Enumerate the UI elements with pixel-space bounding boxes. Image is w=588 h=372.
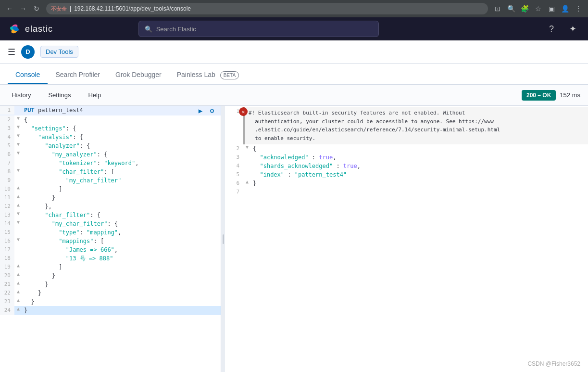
warning-text: #! Elasticsearch built-in security featu… (243, 107, 588, 144)
bookmark-icon[interactable]: ☆ (532, 3, 544, 14)
fold-control[interactable]: ▼ (14, 211, 22, 216)
resp-content: { (251, 144, 588, 153)
extensions-icon[interactable]: 🧩 (519, 3, 530, 14)
run-icon[interactable]: ▶ (196, 106, 205, 115)
editor-line: 5 ▼ "analyzer": { (0, 141, 221, 150)
line-content: "char_filter": { (22, 211, 221, 219)
fold-control[interactable]: ▼ (14, 237, 22, 242)
line-content: "tokenizer": "keyword", (22, 159, 221, 167)
line-content: "analyzer": { (22, 141, 221, 150)
line-number: 13 (0, 211, 14, 219)
tab-grok-debugger[interactable]: Grok Debugger (108, 66, 169, 84)
fold-control[interactable]: ▼ (14, 124, 22, 129)
resp-fold[interactable]: ▲ (243, 179, 251, 184)
editor-line: 17 "James => 666", (0, 245, 221, 254)
beta-badge: BETA (220, 71, 239, 79)
zoom-icon[interactable]: 🔍 (505, 3, 517, 14)
news-icon[interactable]: ✦ (565, 21, 580, 37)
editor-line: 2 ▼ { (0, 115, 221, 124)
elastic-header: elastic 🔍 Search Elastic ? ✦ (0, 17, 588, 40)
refresh-button[interactable]: ↻ (31, 3, 42, 14)
line-number: 3 (0, 124, 14, 133)
editor-line: 12 ▲ }, (0, 202, 221, 211)
screen-cast-icon[interactable]: ⊡ (492, 3, 503, 14)
line-number: 23 (0, 297, 14, 306)
history-button[interactable]: History (8, 90, 35, 101)
fold-control[interactable]: ▼ (14, 167, 22, 173)
elastic-logo[interactable]: elastic (8, 22, 53, 36)
line-content: { (22, 115, 221, 124)
line-number: 16 (0, 237, 14, 245)
fold-control[interactable]: ▼ (14, 150, 22, 155)
line-content: "my_char_filter": { (22, 219, 221, 228)
hamburger-menu-icon[interactable]: ☰ (8, 47, 15, 57)
editor-line: 16 ▼ "mappings": [ (0, 237, 221, 245)
fold-control[interactable]: ▲ (14, 306, 22, 311)
line-content: } (22, 289, 221, 297)
fold-control[interactable]: ▲ (14, 193, 22, 199)
url-text: 192.168.42.111:5601/app/dev_tools#/conso… (74, 5, 191, 12)
fold-control[interactable]: ▼ (14, 115, 22, 121)
help-icon[interactable]: ? (544, 21, 559, 37)
back-button[interactable]: ← (4, 3, 15, 14)
fold-control[interactable]: ▲ (14, 263, 22, 268)
address-text: | (70, 5, 71, 12)
resp-line-number: 3 (229, 153, 243, 162)
resp-line: 5 "index" : "pattern_test4" (229, 170, 588, 179)
line-content: } (22, 271, 221, 280)
elastic-search-bar[interactable]: 🔍 Search Elastic (138, 21, 379, 37)
error-button[interactable]: ✕ (239, 107, 248, 116)
line-number: 20 (0, 271, 14, 280)
security-warning: 不安全 (51, 5, 67, 13)
tab-search-profiler[interactable]: Search Profiler (48, 66, 108, 84)
line-number: 8 (0, 167, 14, 176)
help-button[interactable]: Help (84, 90, 105, 101)
line-number: 14 (0, 219, 14, 228)
editor-line: 9 "my_char_filter" (0, 176, 221, 185)
fold-control[interactable]: ▼ (14, 219, 22, 225)
avatar[interactable]: D (21, 45, 35, 59)
tab-painless-lab[interactable]: Painless Lab BETA (169, 66, 247, 84)
line-number: 4 (0, 133, 14, 141)
wrench-icon[interactable]: ⚙ (207, 106, 217, 115)
fold-control[interactable]: ▼ (14, 141, 22, 147)
editor-line: 1 PUT pattern_test4 ▶ ⚙ (0, 106, 221, 115)
address-bar[interactable]: 不安全 | 192.168.42.111:5601/app/dev_tools#… (46, 3, 488, 14)
line-content: } (22, 297, 221, 306)
profile-icon[interactable]: 👤 (559, 3, 571, 14)
menu-icon[interactable]: ⋮ (573, 3, 584, 14)
fold-control[interactable]: ▲ (14, 289, 22, 294)
fold-control[interactable]: ▲ (14, 202, 22, 207)
line-number: 22 (0, 289, 14, 297)
search-placeholder: Search Elastic (156, 26, 196, 33)
panel-divider[interactable] (221, 106, 225, 372)
line-content: ] (22, 185, 221, 193)
fold-control[interactable]: ▲ (14, 297, 22, 303)
settings-button[interactable]: Settings (44, 90, 75, 101)
line-content: "my_char_filter" (22, 176, 221, 185)
forward-button[interactable]: → (17, 3, 29, 14)
resp-fold[interactable]: ▼ (243, 144, 251, 150)
line-number: 11 (0, 193, 14, 202)
resp-warning-content: ✕ #! Elasticsearch built-in security fea… (243, 107, 588, 144)
editor-line: 20 ▲ } (0, 271, 221, 280)
line-number: 17 (0, 245, 14, 254)
line-content: } (22, 193, 221, 202)
fold-control[interactable]: ▲ (14, 185, 22, 190)
resp-line-number: 6 (229, 179, 243, 188)
editor-panel[interactable]: 1 PUT pattern_test4 ▶ ⚙ 2 ▼ { 3 ▼ "setti… (0, 106, 221, 372)
fold-control[interactable]: ▼ (14, 133, 22, 138)
resp-line: 4 "shards_acknowledged" : true, (229, 162, 588, 170)
resp-line: 2 ▼ { (229, 144, 588, 153)
line-actions: ▶ ⚙ (192, 106, 221, 115)
tab-console[interactable]: Console (8, 66, 48, 84)
fold-control[interactable]: ▲ (14, 271, 22, 277)
sidebar-toggle-icon[interactable]: ▣ (546, 3, 557, 14)
browser-nav-buttons: ← → ↻ (4, 3, 42, 14)
editor-line: 14 ▼ "my_char_filter": { (0, 219, 221, 228)
line-number: 6 (0, 150, 14, 159)
line-content: "type": "mapping", (22, 228, 221, 237)
resp-line: 7 (229, 188, 588, 196)
app-name-badge[interactable]: Dev Tools (40, 46, 78, 58)
fold-control[interactable]: ▲ (14, 280, 22, 285)
